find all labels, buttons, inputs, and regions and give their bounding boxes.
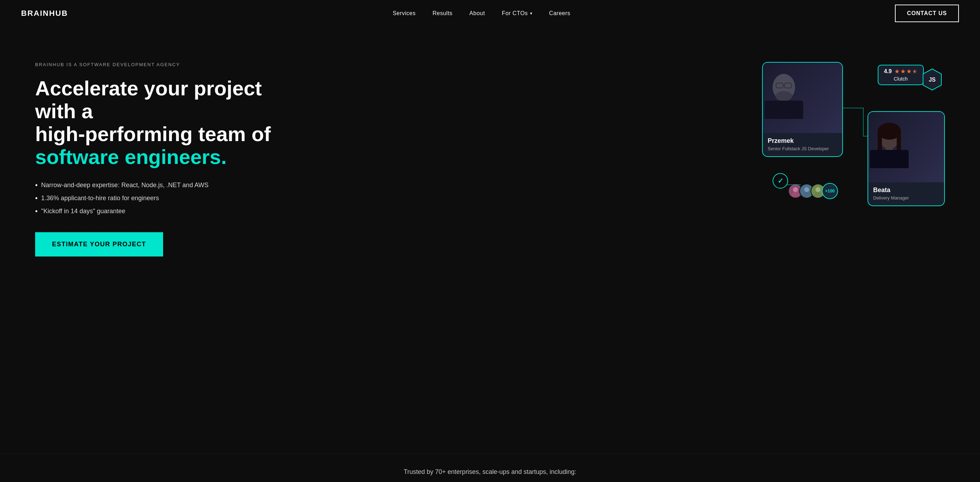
hero-left-content: BRAINHUB IS A SOFTWARE DEVELOPMENT AGENC… bbox=[35, 55, 274, 257]
bullet-1: Narrow-and-deep expertise: React, Node.j… bbox=[35, 181, 274, 189]
star-3 bbox=[907, 69, 912, 74]
clutch-score: 4.9 bbox=[884, 68, 892, 75]
clutch-badge: 4.9 Clutch bbox=[878, 65, 924, 85]
svg-point-20 bbox=[803, 192, 811, 196]
hero-title-line1: Accelerate your project with a bbox=[35, 77, 262, 123]
avatar-extra-count: +100 bbox=[825, 188, 834, 193]
nav-link-careers[interactable]: Careers bbox=[549, 10, 570, 16]
star-1 bbox=[894, 69, 899, 74]
nav-link-about[interactable]: About bbox=[469, 10, 485, 16]
nav-item-careers[interactable]: Careers bbox=[549, 10, 570, 16]
beata-role: Delivery Manager bbox=[873, 195, 939, 201]
trusted-section: Trusted by 70+ enterprises, scale-ups an… bbox=[0, 454, 980, 482]
svg-point-8 bbox=[775, 91, 792, 101]
star-2 bbox=[900, 69, 905, 74]
mini-avatar-extra: +100 bbox=[822, 183, 838, 199]
check-circle: ✓ bbox=[773, 173, 788, 188]
bullet-2: 1.36% applicant-to-hire ratio for engine… bbox=[35, 194, 274, 202]
nav-link-results[interactable]: Results bbox=[432, 10, 452, 16]
svg-point-17 bbox=[793, 187, 798, 192]
przemek-name: Przemek bbox=[768, 137, 837, 145]
connector-line-v1 bbox=[863, 108, 864, 136]
bullet-3: "Kickoff in 14 days" guarantee bbox=[35, 207, 274, 215]
clutch-rating-row: 4.9 bbox=[884, 68, 918, 75]
hero-cards-visual: 4.9 Clutch JS bbox=[762, 62, 945, 245]
card-beata: Beata Delivery Manager bbox=[867, 111, 945, 206]
nav-link-services[interactable]: Services bbox=[393, 10, 415, 16]
hero-bullets: Narrow-and-deep expertise: React, Node.j… bbox=[35, 181, 274, 215]
connector-line-check bbox=[787, 184, 801, 185]
brand-logo[interactable]: BRAINHUB bbox=[21, 9, 68, 18]
nav-link-cto[interactable]: For CTOs bbox=[502, 10, 532, 16]
clutch-stars bbox=[894, 69, 918, 74]
nav-item-cto[interactable]: For CTOs bbox=[502, 10, 532, 16]
svg-point-22 bbox=[814, 192, 822, 196]
hero-title-accent: software engineers. bbox=[35, 146, 274, 169]
navbar: BRAINHUB Services Results About For CTOs… bbox=[0, 0, 980, 27]
clutch-label: Clutch bbox=[894, 76, 908, 81]
przemek-silhouette bbox=[763, 62, 805, 119]
beata-name: Beata bbox=[873, 187, 939, 194]
nav-item-about[interactable]: About bbox=[469, 10, 485, 16]
svg-rect-9 bbox=[765, 101, 803, 119]
trusted-text: Trusted by 70+ enterprises, scale-ups an… bbox=[35, 468, 945, 476]
beata-silhouette bbox=[868, 112, 910, 168]
svg-point-19 bbox=[804, 187, 809, 192]
nav-links: Services Results About For CTOs Careers bbox=[393, 10, 570, 16]
svg-rect-16 bbox=[870, 150, 908, 168]
hero-title: Accelerate your project with a high-perf… bbox=[35, 77, 274, 169]
js-badge-wrapper: JS bbox=[922, 68, 942, 92]
hero-title-line2: high-performing team of bbox=[35, 123, 270, 145]
przemek-info: Przemek Senior Fullstack JS Developer bbox=[763, 133, 842, 156]
connector-line-h1 bbox=[842, 108, 863, 109]
svg-point-18 bbox=[792, 192, 799, 196]
star-4-half bbox=[913, 69, 918, 74]
estimate-project-button[interactable]: ESTIMATE YOUR PROJECT bbox=[35, 232, 163, 257]
beata-photo bbox=[868, 112, 944, 182]
hero-tagline: BRAINHUB IS A SOFTWARE DEVELOPMENT AGENC… bbox=[35, 62, 274, 67]
nav-item-services[interactable]: Services bbox=[393, 10, 415, 16]
przemek-photo bbox=[763, 62, 842, 133]
avatar-group: +100 bbox=[788, 183, 838, 199]
contact-us-button[interactable]: CONTACT US bbox=[895, 5, 959, 22]
nav-item-results[interactable]: Results bbox=[432, 10, 452, 16]
svg-text:JS: JS bbox=[929, 77, 936, 83]
svg-point-21 bbox=[816, 187, 821, 192]
js-hex-icon: JS bbox=[922, 68, 942, 91]
hero-section: BRAINHUB IS A SOFTWARE DEVELOPMENT AGENC… bbox=[0, 27, 980, 454]
card-przemek: Przemek Senior Fullstack JS Developer bbox=[762, 62, 843, 157]
beata-info: Beata Delivery Manager bbox=[868, 182, 944, 206]
przemek-role: Senior Fullstack JS Developer bbox=[768, 146, 837, 151]
